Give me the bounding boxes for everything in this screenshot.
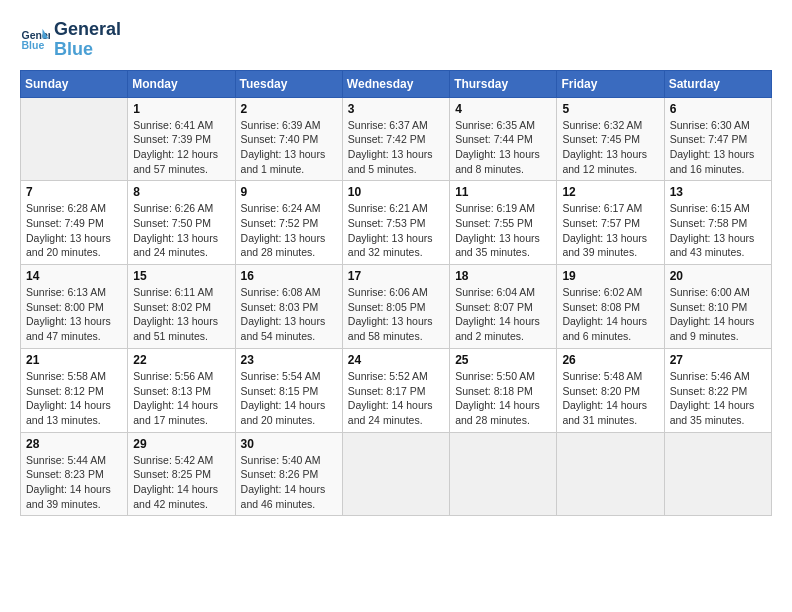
calendar-cell: 10Sunrise: 6:21 AMSunset: 7:53 PMDayligh…	[342, 181, 449, 265]
cell-date-number: 2	[241, 102, 337, 116]
cell-day-info: Sunrise: 6:26 AMSunset: 7:50 PMDaylight:…	[133, 201, 229, 260]
cell-day-info: Sunrise: 6:11 AMSunset: 8:02 PMDaylight:…	[133, 285, 229, 344]
weekday-header: Tuesday	[235, 70, 342, 97]
calendar-cell: 21Sunrise: 5:58 AMSunset: 8:12 PMDayligh…	[21, 348, 128, 432]
cell-date-number: 4	[455, 102, 551, 116]
calendar-cell: 5Sunrise: 6:32 AMSunset: 7:45 PMDaylight…	[557, 97, 664, 181]
calendar-cell: 1Sunrise: 6:41 AMSunset: 7:39 PMDaylight…	[128, 97, 235, 181]
cell-date-number: 11	[455, 185, 551, 199]
cell-day-info: Sunrise: 5:52 AMSunset: 8:17 PMDaylight:…	[348, 369, 444, 428]
cell-date-number: 3	[348, 102, 444, 116]
cell-day-info: Sunrise: 6:35 AMSunset: 7:44 PMDaylight:…	[455, 118, 551, 177]
calendar-cell: 17Sunrise: 6:06 AMSunset: 8:05 PMDayligh…	[342, 265, 449, 349]
cell-day-info: Sunrise: 5:46 AMSunset: 8:22 PMDaylight:…	[670, 369, 766, 428]
cell-day-info: Sunrise: 6:24 AMSunset: 7:52 PMDaylight:…	[241, 201, 337, 260]
calendar-cell: 23Sunrise: 5:54 AMSunset: 8:15 PMDayligh…	[235, 348, 342, 432]
calendar-body: 1Sunrise: 6:41 AMSunset: 7:39 PMDaylight…	[21, 97, 772, 516]
cell-date-number: 1	[133, 102, 229, 116]
cell-date-number: 23	[241, 353, 337, 367]
cell-day-info: Sunrise: 6:04 AMSunset: 8:07 PMDaylight:…	[455, 285, 551, 344]
cell-date-number: 28	[26, 437, 122, 451]
cell-date-number: 9	[241, 185, 337, 199]
calendar-cell: 3Sunrise: 6:37 AMSunset: 7:42 PMDaylight…	[342, 97, 449, 181]
cell-date-number: 8	[133, 185, 229, 199]
weekday-header: Wednesday	[342, 70, 449, 97]
cell-date-number: 30	[241, 437, 337, 451]
svg-text:Blue: Blue	[22, 39, 45, 51]
calendar-table: SundayMondayTuesdayWednesdayThursdayFrid…	[20, 70, 772, 517]
logo-text: General Blue	[54, 20, 121, 60]
calendar-cell	[664, 432, 771, 516]
cell-date-number: 13	[670, 185, 766, 199]
cell-date-number: 18	[455, 269, 551, 283]
cell-day-info: Sunrise: 5:50 AMSunset: 8:18 PMDaylight:…	[455, 369, 551, 428]
cell-date-number: 15	[133, 269, 229, 283]
cell-day-info: Sunrise: 5:56 AMSunset: 8:13 PMDaylight:…	[133, 369, 229, 428]
cell-day-info: Sunrise: 6:15 AMSunset: 7:58 PMDaylight:…	[670, 201, 766, 260]
calendar-cell: 26Sunrise: 5:48 AMSunset: 8:20 PMDayligh…	[557, 348, 664, 432]
calendar-cell: 11Sunrise: 6:19 AMSunset: 7:55 PMDayligh…	[450, 181, 557, 265]
weekday-header: Monday	[128, 70, 235, 97]
calendar-cell: 27Sunrise: 5:46 AMSunset: 8:22 PMDayligh…	[664, 348, 771, 432]
calendar-week-row: 28Sunrise: 5:44 AMSunset: 8:23 PMDayligh…	[21, 432, 772, 516]
calendar-cell: 20Sunrise: 6:00 AMSunset: 8:10 PMDayligh…	[664, 265, 771, 349]
cell-day-info: Sunrise: 6:02 AMSunset: 8:08 PMDaylight:…	[562, 285, 658, 344]
cell-date-number: 16	[241, 269, 337, 283]
calendar-header: SundayMondayTuesdayWednesdayThursdayFrid…	[21, 70, 772, 97]
weekday-header: Thursday	[450, 70, 557, 97]
cell-date-number: 26	[562, 353, 658, 367]
cell-date-number: 24	[348, 353, 444, 367]
weekday-header: Saturday	[664, 70, 771, 97]
cell-day-info: Sunrise: 5:58 AMSunset: 8:12 PMDaylight:…	[26, 369, 122, 428]
cell-day-info: Sunrise: 6:17 AMSunset: 7:57 PMDaylight:…	[562, 201, 658, 260]
calendar-week-row: 21Sunrise: 5:58 AMSunset: 8:12 PMDayligh…	[21, 348, 772, 432]
cell-day-info: Sunrise: 6:00 AMSunset: 8:10 PMDaylight:…	[670, 285, 766, 344]
cell-day-info: Sunrise: 6:13 AMSunset: 8:00 PMDaylight:…	[26, 285, 122, 344]
cell-date-number: 10	[348, 185, 444, 199]
calendar-cell: 22Sunrise: 5:56 AMSunset: 8:13 PMDayligh…	[128, 348, 235, 432]
cell-day-info: Sunrise: 5:44 AMSunset: 8:23 PMDaylight:…	[26, 453, 122, 512]
cell-day-info: Sunrise: 6:39 AMSunset: 7:40 PMDaylight:…	[241, 118, 337, 177]
cell-day-info: Sunrise: 5:42 AMSunset: 8:25 PMDaylight:…	[133, 453, 229, 512]
cell-day-info: Sunrise: 5:48 AMSunset: 8:20 PMDaylight:…	[562, 369, 658, 428]
cell-day-info: Sunrise: 6:21 AMSunset: 7:53 PMDaylight:…	[348, 201, 444, 260]
cell-day-info: Sunrise: 6:08 AMSunset: 8:03 PMDaylight:…	[241, 285, 337, 344]
calendar-cell: 2Sunrise: 6:39 AMSunset: 7:40 PMDaylight…	[235, 97, 342, 181]
cell-day-info: Sunrise: 6:28 AMSunset: 7:49 PMDaylight:…	[26, 201, 122, 260]
calendar-cell: 4Sunrise: 6:35 AMSunset: 7:44 PMDaylight…	[450, 97, 557, 181]
cell-date-number: 7	[26, 185, 122, 199]
calendar-cell: 30Sunrise: 5:40 AMSunset: 8:26 PMDayligh…	[235, 432, 342, 516]
calendar-cell: 19Sunrise: 6:02 AMSunset: 8:08 PMDayligh…	[557, 265, 664, 349]
cell-date-number: 21	[26, 353, 122, 367]
cell-day-info: Sunrise: 6:37 AMSunset: 7:42 PMDaylight:…	[348, 118, 444, 177]
calendar-cell: 18Sunrise: 6:04 AMSunset: 8:07 PMDayligh…	[450, 265, 557, 349]
calendar-cell: 12Sunrise: 6:17 AMSunset: 7:57 PMDayligh…	[557, 181, 664, 265]
calendar-week-row: 14Sunrise: 6:13 AMSunset: 8:00 PMDayligh…	[21, 265, 772, 349]
calendar-cell: 8Sunrise: 6:26 AMSunset: 7:50 PMDaylight…	[128, 181, 235, 265]
weekday-header: Sunday	[21, 70, 128, 97]
calendar-cell: 16Sunrise: 6:08 AMSunset: 8:03 PMDayligh…	[235, 265, 342, 349]
calendar-cell	[450, 432, 557, 516]
calendar-cell: 15Sunrise: 6:11 AMSunset: 8:02 PMDayligh…	[128, 265, 235, 349]
calendar-cell: 13Sunrise: 6:15 AMSunset: 7:58 PMDayligh…	[664, 181, 771, 265]
cell-day-info: Sunrise: 6:19 AMSunset: 7:55 PMDaylight:…	[455, 201, 551, 260]
calendar-cell: 29Sunrise: 5:42 AMSunset: 8:25 PMDayligh…	[128, 432, 235, 516]
calendar-cell: 25Sunrise: 5:50 AMSunset: 8:18 PMDayligh…	[450, 348, 557, 432]
cell-day-info: Sunrise: 6:30 AMSunset: 7:47 PMDaylight:…	[670, 118, 766, 177]
cell-date-number: 20	[670, 269, 766, 283]
cell-date-number: 25	[455, 353, 551, 367]
calendar-cell	[342, 432, 449, 516]
cell-date-number: 22	[133, 353, 229, 367]
cell-day-info: Sunrise: 6:32 AMSunset: 7:45 PMDaylight:…	[562, 118, 658, 177]
calendar-cell: 28Sunrise: 5:44 AMSunset: 8:23 PMDayligh…	[21, 432, 128, 516]
weekday-header: Friday	[557, 70, 664, 97]
page-header: General Blue General Blue	[20, 20, 772, 60]
calendar-cell	[21, 97, 128, 181]
cell-date-number: 6	[670, 102, 766, 116]
calendar-cell: 14Sunrise: 6:13 AMSunset: 8:00 PMDayligh…	[21, 265, 128, 349]
cell-day-info: Sunrise: 5:40 AMSunset: 8:26 PMDaylight:…	[241, 453, 337, 512]
cell-day-info: Sunrise: 6:41 AMSunset: 7:39 PMDaylight:…	[133, 118, 229, 177]
cell-day-info: Sunrise: 5:54 AMSunset: 8:15 PMDaylight:…	[241, 369, 337, 428]
cell-date-number: 5	[562, 102, 658, 116]
cell-date-number: 14	[26, 269, 122, 283]
